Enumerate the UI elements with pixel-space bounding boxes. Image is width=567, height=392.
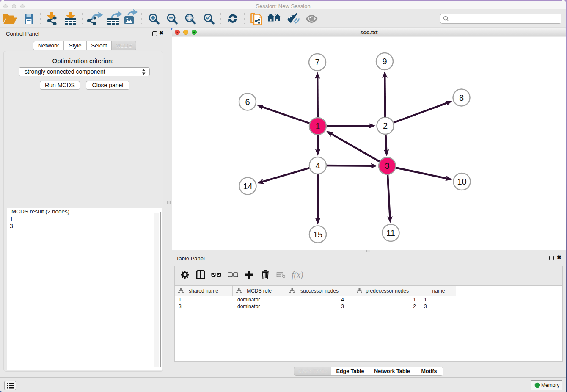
svg-text:4: 4 <box>315 161 320 170</box>
svg-text:14: 14 <box>243 182 252 191</box>
svg-text:8: 8 <box>459 93 464 102</box>
svg-text:10: 10 <box>457 177 466 186</box>
svg-text:15: 15 <box>313 230 322 239</box>
svg-text:3: 3 <box>385 161 389 171</box>
svg-text:2: 2 <box>383 121 388 130</box>
svg-text:9: 9 <box>382 57 387 66</box>
svg-text:6: 6 <box>245 97 250 107</box>
svg-text:11: 11 <box>386 228 395 237</box>
svg-text:f(x): f(x) <box>292 270 303 280</box>
svg-text:1: 1 <box>315 121 320 131</box>
svg-text:7: 7 <box>315 58 319 67</box>
